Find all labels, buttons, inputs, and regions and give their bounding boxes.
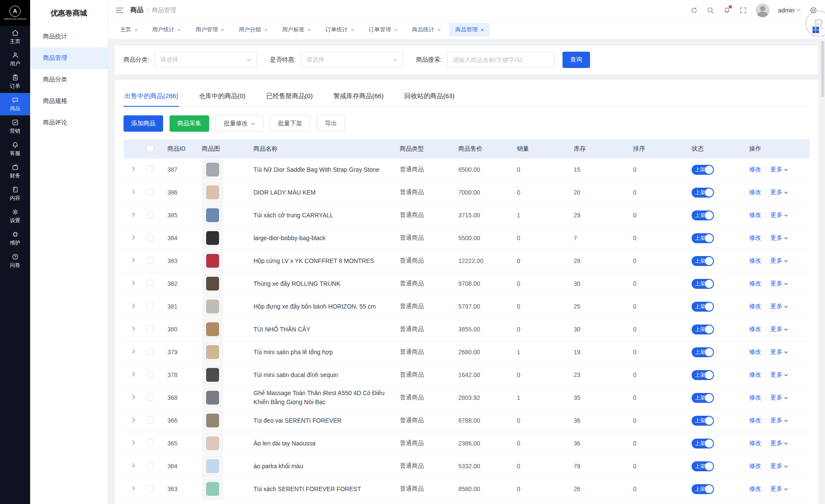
row-expand-icon[interactable] <box>131 349 136 356</box>
edit-link[interactable]: 修改 <box>749 325 761 333</box>
sidebar-item-survey[interactable]: 问卷 <box>0 250 30 272</box>
tab-order-stats[interactable]: 订单统计× <box>319 23 360 37</box>
sidebar-item-content[interactable]: 内容 <box>0 182 30 205</box>
edit-link[interactable]: 修改 <box>749 417 761 424</box>
ptab-soldout[interactable]: 已经售罄商品(0) <box>265 88 313 106</box>
submenu-item-goods-review[interactable]: 商品评论 <box>30 112 108 133</box>
row-expand-icon[interactable] <box>131 280 136 287</box>
edit-link[interactable]: 修改 <box>749 371 761 379</box>
status-toggle[interactable]: 上架 <box>692 416 714 426</box>
tab-goods-stats[interactable]: 商品统计× <box>406 23 447 37</box>
row-checkbox[interactable] <box>147 166 154 173</box>
submenu-item-goods-stats[interactable]: 商品统计 <box>30 26 108 47</box>
tab-user-manage[interactable]: 用户管理× <box>189 23 230 37</box>
row-checkbox[interactable] <box>147 303 154 309</box>
ptab-recycle[interactable]: 回收站的商品(63) <box>403 88 455 106</box>
more-link[interactable]: 更多 <box>770 211 788 219</box>
status-toggle[interactable]: 上架 <box>692 233 714 243</box>
sidebar-item-goods[interactable]: 商品 <box>0 93 30 115</box>
edit-link[interactable]: 修改 <box>749 439 761 447</box>
close-icon[interactable]: × <box>351 27 354 33</box>
more-link[interactable]: 更多 <box>770 303 788 310</box>
more-link[interactable]: 更多 <box>770 371 788 379</box>
avatar[interactable] <box>756 3 769 17</box>
status-toggle[interactable]: 上架 <box>692 302 714 312</box>
row-checkbox[interactable] <box>147 189 154 195</box>
breadcrumb-section[interactable]: 商品 <box>130 6 143 14</box>
tab-layout-grid-icon[interactable] <box>813 27 819 33</box>
user-menu[interactable]: admin <box>778 7 801 14</box>
edit-link[interactable]: 修改 <box>749 462 761 470</box>
select-all-checkbox[interactable] <box>147 145 154 152</box>
close-icon[interactable]: × <box>481 27 484 33</box>
more-link[interactable]: 更多 <box>770 394 788 402</box>
status-toggle[interactable]: 上架 <box>692 370 714 380</box>
row-checkbox[interactable] <box>147 325 154 332</box>
row-checkbox[interactable] <box>147 234 154 241</box>
row-checkbox[interactable] <box>147 417 154 424</box>
row-expand-icon[interactable] <box>131 463 136 470</box>
row-expand-icon[interactable] <box>131 189 136 196</box>
status-toggle[interactable]: 上架 <box>692 484 714 494</box>
row-expand-icon[interactable] <box>131 394 136 401</box>
notification-bell-icon[interactable] <box>723 6 731 14</box>
sidebar-item-home[interactable]: 主页 <box>0 26 30 48</box>
search-icon[interactable] <box>707 6 714 14</box>
category-select[interactable]: 请选择 <box>154 52 257 68</box>
row-checkbox[interactable] <box>147 280 154 287</box>
batch-offshelf-button[interactable]: 批量下架 <box>270 115 310 132</box>
more-link[interactable]: 更多 <box>770 348 788 356</box>
more-link[interactable]: 更多 <box>770 485 788 493</box>
tab-user-stats[interactable]: 用户统计× <box>146 23 187 37</box>
close-icon[interactable]: × <box>134 27 138 33</box>
brand-logo[interactable]: A AMERICAN DREAM <box>0 0 30 26</box>
special-select[interactable]: 请选择 <box>301 52 403 68</box>
row-expand-icon[interactable] <box>131 257 136 264</box>
scrollbar-thumb[interactable] <box>821 41 824 97</box>
row-expand-icon[interactable] <box>131 326 136 333</box>
edit-link[interactable]: 修改 <box>749 189 761 196</box>
edit-link[interactable]: 修改 <box>749 485 761 493</box>
edit-link[interactable]: 修改 <box>749 280 761 288</box>
row-checkbox[interactable] <box>147 462 154 469</box>
status-toggle[interactable]: 上架 <box>692 210 714 220</box>
more-link[interactable]: 更多 <box>770 234 788 242</box>
status-toggle[interactable]: 上架 <box>692 165 714 175</box>
row-checkbox[interactable] <box>147 257 154 264</box>
row-expand-icon[interactable] <box>131 166 136 173</box>
tab-home[interactable]: 主页× <box>114 23 144 37</box>
sidebar-item-users[interactable]: 用户 <box>0 48 30 71</box>
tab-goods-manage[interactable]: 商品管理× <box>449 23 490 37</box>
submenu-item-goods-spec[interactable]: 商品规格 <box>30 90 108 112</box>
status-toggle[interactable]: 上架 <box>692 393 714 403</box>
sidebar-item-orders[interactable]: 订单 <box>0 71 30 93</box>
sidebar-item-finance[interactable]: 财务 <box>0 160 30 182</box>
status-toggle[interactable]: 上架 <box>692 256 714 266</box>
close-icon[interactable]: × <box>394 27 398 33</box>
edit-link[interactable]: 修改 <box>749 257 761 265</box>
more-link[interactable]: 更多 <box>770 325 788 333</box>
more-link[interactable]: 更多 <box>770 462 788 470</box>
search-input[interactable] <box>447 52 555 68</box>
close-icon[interactable]: × <box>264 27 268 33</box>
status-toggle[interactable]: 上架 <box>692 325 714 334</box>
more-link[interactable]: 更多 <box>770 280 788 288</box>
tab-order-manage[interactable]: 订单管理× <box>363 23 404 37</box>
row-expand-icon[interactable] <box>131 212 136 219</box>
row-expand-icon[interactable] <box>131 440 136 447</box>
row-expand-icon[interactable] <box>131 417 136 424</box>
row-expand-icon[interactable] <box>131 371 136 378</box>
row-expand-icon[interactable] <box>131 303 136 310</box>
submenu-item-goods-category[interactable]: 商品分类 <box>30 69 108 90</box>
status-toggle[interactable]: 上架 <box>692 279 714 289</box>
status-toggle[interactable]: 上架 <box>692 188 714 198</box>
status-toggle[interactable]: 上架 <box>692 347 714 357</box>
edit-link[interactable]: 修改 <box>749 234 761 242</box>
sidebar-item-maintenance[interactable]: 维护 <box>0 227 30 250</box>
batch-edit-button[interactable]: 批量修改 <box>216 115 263 132</box>
close-icon[interactable]: × <box>307 27 311 33</box>
row-expand-icon[interactable] <box>131 235 136 241</box>
row-checkbox[interactable] <box>147 485 154 492</box>
sidebar-item-service[interactable]: 客服 <box>0 138 30 160</box>
row-expand-icon[interactable] <box>131 485 136 492</box>
